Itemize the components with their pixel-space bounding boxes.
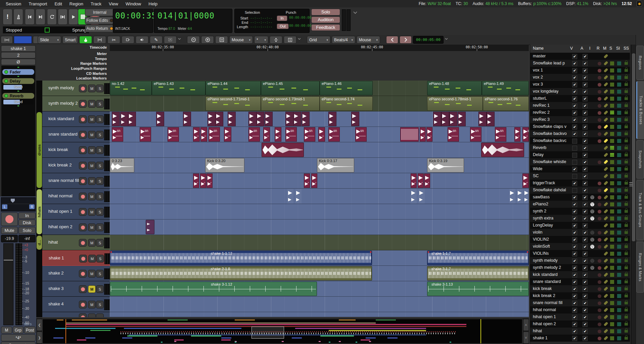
- track-header-snare-normal-fill[interactable]: snare normal fillMS: [42, 173, 110, 189]
- group-button[interactable]: *4*: [1, 334, 36, 341]
- track-solo-button[interactable]: S: [96, 208, 104, 216]
- panel-splitter-grip[interactable]: [629, 182, 633, 186]
- region-kick-0-3-17[interactable]: Kick 0:3.17: [317, 158, 354, 173]
- solo-isolate-icon[interactable]: [617, 273, 621, 277]
- solo-isolate-icon[interactable]: [617, 68, 621, 72]
- sync-source-button[interactable]: Internal: [85, 9, 114, 16]
- mute-state-icon[interactable]: [603, 195, 608, 199]
- track-mute-button[interactable]: M: [88, 146, 96, 154]
- track-record-arm-button[interactable]: [79, 131, 87, 139]
- audio-hit-kick[interactable]: [248, 112, 257, 126]
- solo-isolate-icon[interactable]: [617, 125, 621, 129]
- solo-safe-icon[interactable]: [625, 104, 628, 107]
- solo-safe-icon[interactable]: [625, 182, 628, 185]
- audio-hit-hihat[interactable]: [419, 189, 425, 203]
- region-epiano-second-1-76[interactable]: ePiano second-1.76: [483, 96, 529, 111]
- solo-isolate-icon[interactable]: [617, 111, 621, 115]
- panel-row-snare-standard[interactable]: snare standard✔✔: [530, 278, 630, 285]
- transport-options-chevron[interactable]: [353, 10, 357, 15]
- active-checkbox[interactable]: ✔: [583, 54, 588, 59]
- solo-safe-icon[interactable]: [625, 189, 628, 192]
- track-header-hihat-open-2[interactable]: hihat open 2MS: [42, 219, 110, 235]
- solo-safe-icon[interactable]: [625, 309, 628, 311]
- mute-state-icon[interactable]: [603, 329, 608, 333]
- track-record-arm-button[interactable]: [79, 177, 87, 185]
- button-m[interactable]: M: [1, 327, 12, 334]
- audio-hit-snare[interactable]: sn: [304, 127, 315, 142]
- solo-safe-icon[interactable]: [625, 111, 628, 114]
- feedback-button[interactable]: Feedback: [311, 24, 340, 31]
- active-checkbox[interactable]: ✔: [583, 273, 588, 278]
- region-epiano-1-43[interactable]: ePiano-1.43: [152, 81, 205, 95]
- audio-hit-snare[interactable]: [193, 174, 199, 188]
- strip-phase-button[interactable]: Ø: [1, 59, 36, 65]
- visible-checkbox[interactable]: [572, 153, 577, 158]
- menu-help[interactable]: Help: [145, 1, 160, 7]
- track-solo-button[interactable]: S: [96, 162, 104, 169]
- mute-state-icon[interactable]: [603, 202, 608, 206]
- audio-hit-snare[interactable]: [426, 127, 432, 142]
- ruler-row-cd-markers[interactable]: [110, 71, 529, 76]
- track-record-arm-button[interactable]: [79, 239, 87, 247]
- track-lane-kick-break-2[interactable]: 0:3.23Kick 0:3.20Kick 0:3.17Kick 0:3.19: [110, 158, 529, 173]
- active-checkbox[interactable]: ✔: [583, 125, 588, 130]
- visible-checkbox[interactable]: ✔: [572, 181, 577, 186]
- solo-safe-icon[interactable]: [625, 90, 628, 93]
- visible-checkbox[interactable]: ✔: [572, 75, 577, 80]
- region-shake-2-1-8[interactable]: shake 2-1.8: [110, 266, 372, 281]
- menu-track[interactable]: Track: [88, 1, 104, 7]
- column-header-i[interactable]: I: [589, 46, 590, 51]
- track-solo-button[interactable]: S: [96, 255, 104, 262]
- pan-control[interactable]: L R: [1, 197, 36, 211]
- panel-row-synth-melody-2[interactable]: synth melody 2✔✔: [530, 264, 630, 271]
- track-solo-button[interactable]: S: [96, 131, 104, 139]
- punch-out-button[interactable]: Out: [277, 23, 289, 29]
- region-epiano-1-44[interactable]: ePiano-1.44: [205, 81, 261, 95]
- record-state-icon[interactable]: [598, 104, 601, 108]
- ruler-row-range-markers[interactable]: [110, 61, 529, 66]
- column-header-name[interactable]: Name: [533, 46, 544, 51]
- processor-send-reverb[interactable]: Send: [3, 100, 33, 104]
- audio-hit-snare[interactable]: [200, 174, 206, 188]
- audio-hit-snare[interactable]: sn: [495, 127, 506, 142]
- track-header-kick-break-2[interactable]: kick break 2MS: [42, 158, 110, 173]
- mute-state-icon[interactable]: [603, 258, 608, 263]
- visible-checkbox[interactable]: ✔: [572, 308, 577, 313]
- track-solo-button[interactable]: S: [96, 177, 104, 185]
- track-record-arm-button[interactable]: [79, 224, 87, 231]
- audio-hit-snare[interactable]: [411, 174, 417, 188]
- track-lane-hihat-normal[interactable]: [110, 189, 529, 204]
- solo-state-icon[interactable]: [610, 160, 614, 164]
- timecode-ruler[interactable]: 00:02:35:0000:02:40:0000:02:45:0000:02:5…: [110, 45, 529, 51]
- stretch-tool-button[interactable]: [122, 36, 134, 44]
- tab-snapshots[interactable]: Snapshots: [636, 140, 644, 179]
- audio-hit-snare[interactable]: [200, 127, 207, 142]
- record-state-icon[interactable]: [598, 196, 601, 199]
- active-checkbox[interactable]: ✔: [583, 167, 588, 172]
- audio-hit-snare[interactable]: sn: [355, 127, 367, 142]
- solo-safe-icon[interactable]: [625, 210, 628, 213]
- track-lane-snare-normal-fill[interactable]: [110, 173, 529, 189]
- panel-row-revrec-3[interactable]: revRec 3✔✔: [530, 116, 630, 123]
- solo-global-button[interactable]: Solo: [311, 9, 340, 15]
- audio-hit-snare[interactable]: [206, 174, 213, 188]
- record-state-icon[interactable]: [598, 301, 601, 305]
- record-state-icon[interactable]: [598, 330, 601, 333]
- solo-safe-icon[interactable]: [625, 302, 628, 304]
- solo-safe-icon[interactable]: [625, 175, 628, 178]
- track-lane-kick-standard[interactable]: [110, 111, 529, 127]
- record-state-icon[interactable]: [598, 189, 601, 192]
- audio-hit-kick[interactable]: [328, 112, 336, 126]
- region-shake-1-1-7[interactable]: shake 1-1.7: [427, 251, 529, 265]
- track-record-arm-button[interactable]: [79, 146, 87, 154]
- visible-checkbox[interactable]: ✔: [572, 132, 577, 137]
- menu-session[interactable]: Session: [3, 1, 24, 7]
- audio-hit-snare[interactable]: sn: [168, 127, 179, 142]
- solo-isolate-icon[interactable]: [617, 315, 621, 319]
- visible-checkbox[interactable]: ✔: [572, 251, 577, 256]
- record-state-icon[interactable]: [598, 273, 601, 277]
- mute-state-icon[interactable]: [603, 272, 608, 277]
- audio-hit-kick[interactable]: [433, 112, 441, 126]
- track-solo-button[interactable]: S: [96, 285, 104, 293]
- track-record-arm-button[interactable]: [79, 285, 87, 293]
